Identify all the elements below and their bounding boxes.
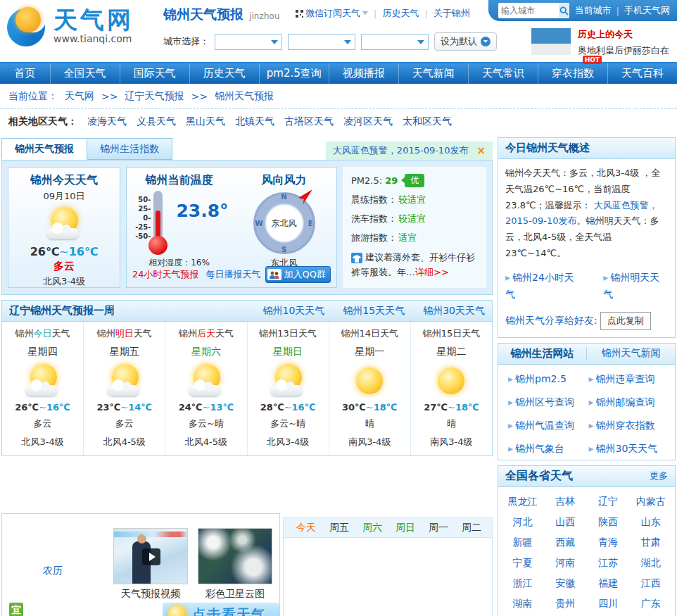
mobile-site-link[interactable]: 手机天气网 <box>624 4 670 17</box>
province-link[interactable]: 宁夏 <box>501 553 544 573</box>
week-day-column[interactable]: 锦州后天天气 星期六 24℃~13℃ 多云~晴 北风4-5级 <box>165 322 247 455</box>
province-link[interactable]: 青海 <box>587 532 630 553</box>
province-link[interactable]: 安徽 <box>544 573 587 593</box>
nav-home[interactable]: 首页 <box>0 63 51 84</box>
site-logo[interactable]: 天气网 www.tianqi.com <box>7 6 134 46</box>
province-link[interactable]: 台湾 <box>629 614 672 616</box>
province-link[interactable]: 河南 <box>544 553 587 573</box>
history-weather-link[interactable]: 历史天气 <box>382 7 419 20</box>
search-input[interactable] <box>498 4 559 18</box>
related-region-link[interactable]: 古塔区天气 <box>284 115 334 128</box>
nav-encyclopedia[interactable]: 天气百科 <box>608 63 677 84</box>
current-city-link[interactable]: 当前城市 <box>575 4 612 17</box>
search-button[interactable] <box>559 3 569 18</box>
breadcrumb-home[interactable]: 天气网 <box>65 90 94 103</box>
day-tab[interactable]: 今天 <box>296 522 316 534</box>
day-tab[interactable]: 周二 <box>462 522 481 534</box>
detail-link[interactable]: 详细>> <box>415 267 449 277</box>
nav-international-weather[interactable]: 国际天气 <box>120 63 190 84</box>
day-tab[interactable]: 周一 <box>429 522 448 534</box>
week-day-column[interactable]: 锦州13日天气 星期日 28℃~16℃ 多云~晴 北风3-4级 <box>248 322 329 455</box>
province-link[interactable]: 江西 <box>629 573 672 593</box>
related-region-link[interactable]: 凌河区天气 <box>343 115 393 128</box>
satellite-caption[interactable]: 彩色卫星云图 <box>198 588 272 601</box>
province-link[interactable]: 福建 <box>587 573 630 593</box>
video-caption[interactable]: 天气预报视频 <box>113 588 188 601</box>
day-tab[interactable]: 周五 <box>329 522 349 534</box>
nav-news[interactable]: 天气新闻 <box>399 63 469 84</box>
life-link[interactable]: 锦州违章查询 <box>589 373 670 386</box>
history-today-thumbnail[interactable] <box>531 28 571 55</box>
about-city-link[interactable]: 关于锦州 <box>434 7 470 20</box>
province-link[interactable]: 广东 <box>629 593 672 614</box>
day-tab[interactable]: 周日 <box>396 522 415 534</box>
overview-tomorrow-link[interactable]: 锦州明天天气 <box>603 269 668 303</box>
province-link[interactable]: 西藏 <box>544 532 587 553</box>
nav-video[interactable]: 视频播报 <box>329 63 399 84</box>
tab-weather-forecast[interactable]: 锦州天气预报 <box>1 138 87 160</box>
nav-history-weather[interactable]: 历史天气 <box>190 63 260 84</box>
more-link[interactable]: 更多 <box>650 470 668 482</box>
set-default-button[interactable]: 设为默认 <box>434 32 497 51</box>
30day-forecast-link[interactable]: 锦州30天天气 <box>423 305 485 318</box>
history-today-title[interactable]: 历史上的今天 <box>578 28 669 41</box>
week-day-column[interactable]: 锦州14日天气 星期一 30℃~18℃ 晴 南风3-4级 <box>329 322 411 455</box>
life-link[interactable]: 锦州pm2.5 <box>508 373 589 386</box>
province-link[interactable]: 四川 <box>587 593 630 614</box>
breadcrumb-city[interactable]: 锦州天气预报 <box>215 90 274 103</box>
alert-text[interactable]: 大风蓝色预警，2015-09-10发布 <box>333 144 469 157</box>
province-link[interactable]: 贵州 <box>544 593 587 614</box>
province-link[interactable]: 新疆 <box>501 532 544 553</box>
breadcrumb-province[interactable]: 辽宁天气预报 <box>125 90 184 103</box>
tab-weather-news[interactable]: 锦州天气新闻 <box>586 347 675 360</box>
life-link[interactable]: 锦州区号查询 <box>508 396 589 409</box>
province-link[interactable]: 黑龙江 <box>501 491 544 512</box>
province-link[interactable]: 湖北 <box>629 553 672 573</box>
province-link[interactable]: 河北 <box>501 512 544 532</box>
province-link[interactable]: 海南 <box>587 614 630 616</box>
15day-forecast-link[interactable]: 锦州15天天气 <box>343 305 405 318</box>
week-day-column[interactable]: 锦州明日天气 星期五 23℃~14℃ 多云 北风4-5级 <box>84 322 165 455</box>
satellite-image-thumbnail[interactable] <box>198 528 272 584</box>
province-link[interactable]: 湖南 <box>501 593 544 614</box>
life-link[interactable]: 锦州气温查询 <box>508 420 589 432</box>
related-region-link[interactable]: 黑山天气 <box>186 115 225 128</box>
life-link[interactable]: 锦州邮编查询 <box>589 396 670 409</box>
week-day-column[interactable]: 锦州15日天气 星期二 27℃~18℃ 晴 南风3-4级 <box>411 322 492 455</box>
tab-life-sites[interactable]: 锦州生活网站 <box>498 347 586 360</box>
overview-24h-link[interactable]: 锦州24小时天气 <box>505 269 582 303</box>
nav-national-weather[interactable]: 全国天气 <box>51 63 120 84</box>
province-link[interactable]: 云南 <box>501 614 544 616</box>
weather-video-thumbnail[interactable] <box>113 528 188 584</box>
province-link[interactable]: 吉林 <box>544 491 587 512</box>
daily-broadcast-link[interactable]: 每日播报天气 <box>206 268 261 281</box>
province-link[interactable]: 内蒙古 <box>629 491 672 512</box>
week-day-column[interactable]: 锦州今日天气 星期四 26℃~16℃ 多云 北风3-4级 <box>2 322 84 455</box>
province-select[interactable] <box>215 34 282 50</box>
province-link[interactable]: 陕西 <box>587 512 630 532</box>
wechat-subscribe-link[interactable]: 微信订阅天气 <box>296 7 368 20</box>
10day-forecast-link[interactable]: 锦州10天天气 <box>263 305 325 318</box>
related-region-link[interactable]: 北镇天气 <box>235 115 274 128</box>
province-link[interactable]: 甘肃 <box>629 532 672 553</box>
nav-pm25[interactable]: pm2.5查询 <box>260 63 329 84</box>
province-link[interactable]: 广西 <box>544 614 587 616</box>
weather-banner[interactable]: 点击看天气 <box>163 603 279 616</box>
tab-life-index[interactable]: 锦州生活指数 <box>87 138 172 160</box>
close-icon[interactable]: × <box>476 144 486 157</box>
province-link[interactable]: 辽宁 <box>587 491 630 512</box>
life-link[interactable]: 锦州气象台 <box>508 443 589 455</box>
related-region-link[interactable]: 凌海天气 <box>87 115 127 128</box>
join-qq-group-button[interactable]: 加入QQ群 <box>265 266 331 283</box>
copy-button[interactable]: 点此复制 <box>600 312 651 330</box>
related-region-link[interactable]: 太和区天气 <box>403 115 452 128</box>
play-icon[interactable] <box>142 548 160 565</box>
province-link[interactable]: 江苏 <box>587 553 630 573</box>
24h-forecast-link[interactable]: 24小时天气预报 <box>132 268 199 281</box>
province-link[interactable]: 山西 <box>544 512 587 532</box>
province-link[interactable]: 浙江 <box>501 573 544 593</box>
lunar-calendar-link[interactable]: 农历 <box>43 565 63 577</box>
province-link[interactable]: 山东 <box>629 512 672 532</box>
related-region-link[interactable]: 义县天气 <box>137 115 176 128</box>
nav-dressing-index[interactable]: 穿衣指数HOT <box>538 63 608 84</box>
